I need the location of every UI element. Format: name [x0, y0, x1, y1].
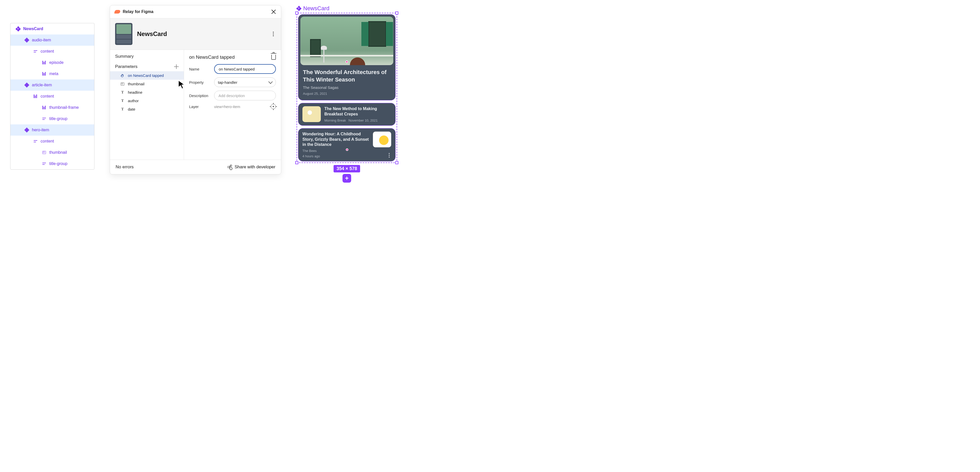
param-label: author [128, 99, 139, 103]
layer-label: NewsCard [23, 27, 43, 31]
hero-item[interactable]: The Wonderful Architectures of This Wint… [298, 14, 396, 100]
layer-article-item[interactable]: article-item [11, 80, 94, 91]
layers-panel: NewsCard audio-item content episode meta… [10, 23, 94, 170]
audio-item[interactable]: Wondering Hour: A Childhood Story, Grizz… [298, 128, 396, 161]
resize-handle-tl[interactable] [295, 11, 298, 14]
param-on-newscard-tapped[interactable]: on NewsCard tapped [110, 71, 184, 80]
param-label: date [128, 107, 135, 112]
layer-thumbnail-frame[interactable]: thumbnail-frame [11, 102, 94, 113]
canvas-preview: NewsCard The Wonderful Architectures of … [297, 5, 397, 183]
layer-label: title-group [49, 116, 67, 121]
resize-handle-tr[interactable] [395, 11, 398, 14]
layer-episode[interactable]: episode [11, 57, 94, 68]
param-date[interactable]: T date [110, 105, 184, 113]
text-icon: T [120, 91, 125, 94]
layer-meta[interactable]: meta [11, 68, 94, 80]
selection-dimensions: 354 × 578 [334, 165, 360, 172]
lines-icon [41, 162, 47, 165]
layer-audio-item[interactable]: audio-item [11, 35, 94, 46]
columns-icon [33, 94, 38, 98]
plugin-titlebar: Relay for Figma [110, 5, 281, 18]
component-name: NewsCard [137, 30, 266, 38]
component-set-icon [16, 27, 21, 31]
component-icon [24, 38, 29, 42]
layer-label: content [41, 49, 54, 54]
layer-root[interactable]: NewsCard [11, 23, 94, 35]
hero-date: August 25, 2021 [303, 92, 391, 96]
layer-label: content [41, 94, 54, 99]
description-input[interactable]: Add description [214, 91, 276, 100]
layer-label: title-group [49, 161, 67, 166]
relay-plugin-panel: Relay for Figma NewsCard Summary Paramet… [110, 5, 281, 174]
layer-content[interactable]: content [11, 91, 94, 102]
component-icon [24, 83, 29, 87]
component-thumbnail [115, 23, 132, 45]
component-menu-button[interactable] [271, 32, 276, 37]
tap-icon [120, 73, 125, 78]
share-label: Share with developer [234, 164, 275, 170]
audio-menu-button[interactable] [387, 153, 391, 158]
layer-label: meta [49, 72, 59, 76]
image-icon [120, 83, 125, 86]
pick-layer-button[interactable] [271, 104, 276, 109]
comment-pin-icon[interactable] [346, 148, 348, 151]
param-author[interactable]: T author [110, 97, 184, 105]
layer-label: thumbnail [49, 150, 67, 155]
audio-time: 4 hours ago [302, 154, 369, 158]
description-placeholder: Add description [218, 94, 245, 98]
delete-parameter-button[interactable] [271, 55, 276, 60]
columns-icon [41, 106, 47, 109]
add-variant-button[interactable]: + [342, 174, 351, 183]
param-label: thumbnail [128, 82, 145, 86]
audio-thumbnail [373, 132, 391, 147]
layer-content[interactable]: content [11, 46, 94, 57]
layer-label: thumbnail-frame [49, 105, 79, 110]
resize-handle-br[interactable] [395, 161, 398, 164]
parameters-header: Parameters [110, 62, 184, 71]
text-icon: T [120, 107, 125, 111]
parameters-label: Parameters [115, 64, 138, 69]
plugin-footer: No errors Share with developer [110, 159, 281, 174]
layer-hero-item[interactable]: hero-item [11, 124, 94, 136]
layer-value: view=hero-item [214, 104, 267, 109]
newscard-frame[interactable]: The Wonderful Architectures of This Wint… [298, 14, 396, 161]
selection-bounds[interactable]: The Wonderful Architectures of This Wint… [297, 13, 397, 163]
layer-title-group[interactable]: title-group [11, 158, 94, 169]
canvas-frame-label[interactable]: NewsCard [297, 5, 329, 12]
share-with-developer-button[interactable]: Share with developer [228, 164, 275, 170]
hero-headline: The Wonderful Architectures of This Wint… [303, 69, 391, 83]
name-input[interactable]: on NewsCard tapped [214, 64, 276, 74]
relay-logo-icon [115, 10, 121, 14]
detail-pane: on NewsCard tapped Name on NewsCard tapp… [184, 50, 281, 159]
lines-icon [33, 50, 38, 53]
layer-thumbnail[interactable]: thumbnail [11, 147, 94, 158]
canvas-frame-name: NewsCard [303, 5, 329, 12]
columns-icon [41, 61, 47, 64]
comment-pin-icon[interactable] [345, 61, 348, 63]
component-header: NewsCard [110, 18, 281, 50]
left-pane: Summary Parameters on NewsCard tapped th… [110, 50, 184, 159]
param-label: headline [128, 90, 142, 94]
name-label: Name [189, 67, 210, 71]
resize-handle-bl[interactable] [295, 161, 298, 164]
detail-title: on NewsCard tapped [189, 54, 235, 60]
summary-section[interactable]: Summary [110, 50, 184, 62]
property-value: tap-handler [218, 80, 237, 85]
lines-icon [33, 140, 38, 143]
chevron-down-icon [269, 80, 273, 84]
error-status: No errors [116, 164, 134, 170]
audio-author: The Bees [302, 149, 369, 153]
add-parameter-button[interactable] [174, 64, 179, 69]
hero-author: The Seasonal Sagas [303, 85, 391, 90]
layer-label: article-item [32, 83, 52, 87]
close-button[interactable] [271, 9, 277, 14]
plugin-title: Relay for Figma [123, 10, 153, 14]
layer-title-group[interactable]: title-group [11, 113, 94, 124]
param-thumbnail[interactable]: thumbnail [110, 80, 184, 88]
property-select[interactable]: tap-handler [214, 77, 276, 87]
columns-icon [41, 72, 47, 76]
layer-label: episode [49, 60, 64, 65]
layer-content[interactable]: content [11, 136, 94, 147]
text-icon: T [120, 99, 125, 103]
param-headline[interactable]: T headline [110, 88, 184, 97]
